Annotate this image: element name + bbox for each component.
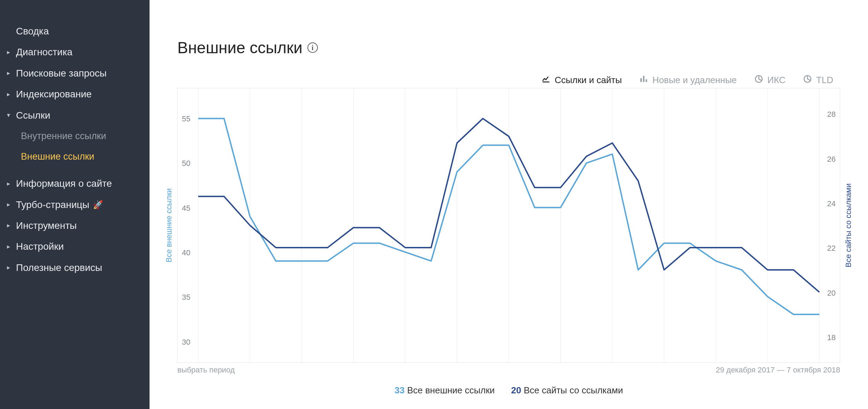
sidebar-item-label: Турбо-страницы xyxy=(16,199,89,211)
tab-label: Ссылки и сайты xyxy=(555,75,622,86)
legend-series2-label: Все сайты со ссылками xyxy=(524,385,623,395)
tab-0[interactable]: Ссылки и сайты xyxy=(541,74,622,86)
tab-3[interactable]: TLD xyxy=(803,74,833,86)
sidebar-item-label: Поисковые запросы xyxy=(16,67,107,80)
y-tick-right: 22 xyxy=(827,244,836,253)
y-axis-left-label: Все внешние ссылки xyxy=(164,188,174,262)
pie-chart-icon xyxy=(803,74,812,86)
chevron-right-icon: ▸ xyxy=(7,90,13,98)
legend-series1-value: 33 xyxy=(395,385,405,395)
sidebar: ▸Сводка▸Диагностика▸Поисковые запросы▸Ин… xyxy=(0,0,150,409)
chart-area: Все внешние ссылки Все сайты со ссылками… xyxy=(177,88,840,363)
tab-1[interactable]: Новые и удаленные xyxy=(639,74,737,86)
chevron-right-icon: ▸ xyxy=(7,243,13,251)
chevron-right-icon: ▸ xyxy=(7,180,13,188)
y-tick-left: 30 xyxy=(182,338,190,347)
y-tick-right: 20 xyxy=(827,289,836,298)
chevron-right-icon: ▸ xyxy=(7,69,13,77)
page-title: Внешние ссылки xyxy=(177,38,303,57)
sidebar-subitem-1[interactable]: Внешние ссылки xyxy=(0,146,150,167)
y-axis-right-label: Все сайты со ссылками xyxy=(844,183,853,267)
sidebar-item-1[interactable]: ▸Диагностика xyxy=(0,42,150,63)
pie-chart-icon xyxy=(754,74,763,86)
sidebar-item-label: Внутренние ссылки xyxy=(21,130,106,142)
sidebar-item-label: Инструменты xyxy=(16,219,77,232)
sidebar-item-label: Сводка xyxy=(16,25,49,38)
line-chart-icon xyxy=(541,74,550,86)
sidebar-item-0[interactable]: ▸Сводка xyxy=(0,21,150,42)
tab-label: TLD xyxy=(816,75,833,86)
sidebar-item-9[interactable]: ▸Полезные сервисы xyxy=(0,257,150,278)
y-tick-right: 18 xyxy=(827,333,836,342)
sidebar-item-7[interactable]: ▸Инструменты xyxy=(0,215,150,236)
chart-footer: выбрать период 29 декабря 2017 — 7 октяб… xyxy=(177,366,840,375)
sidebar-item-2[interactable]: ▸Поисковые запросы xyxy=(0,63,150,84)
chart-tabs: Ссылки и сайтыНовые и удаленныеИКСTLD xyxy=(177,74,840,86)
sidebar-item-5[interactable]: ▸Информация о сайте xyxy=(0,173,150,194)
sidebar-item-label: Настройки xyxy=(16,240,64,253)
y-tick-left: 55 xyxy=(182,114,190,123)
chevron-right-icon: ▸ xyxy=(7,264,13,272)
y-tick-right: 24 xyxy=(827,199,836,208)
rocket-icon: 🚀 xyxy=(93,199,103,210)
select-period-link[interactable]: выбрать период xyxy=(177,366,235,375)
date-range: 29 декабря 2017 — 7 октября 2018 xyxy=(716,366,840,375)
chart-legend: 33 Все внешние ссылки 20 Все сайты со сс… xyxy=(177,385,840,396)
sidebar-item-label: Ссылки xyxy=(16,109,50,122)
chevron-right-icon: ▸ xyxy=(7,201,13,209)
sidebar-item-label: Внешние ссылки xyxy=(21,151,94,163)
sidebar-item-3[interactable]: ▸Индексирование xyxy=(0,84,150,105)
tab-label: Новые и удаленные xyxy=(652,75,737,86)
sidebar-item-label: Диагностика xyxy=(16,46,72,58)
y-tick-right: 26 xyxy=(827,155,836,164)
sidebar-item-label: Индексирование xyxy=(16,88,92,101)
sidebar-item-label: Информация о сайте xyxy=(16,177,112,190)
svg-rect-2 xyxy=(646,79,647,82)
chart-svg xyxy=(178,88,840,362)
sidebar-item-6[interactable]: ▸Турбо-страницы🚀 xyxy=(0,194,150,215)
sidebar-subitem-0[interactable]: Внутренние ссылки xyxy=(0,126,150,146)
y-tick-left: 50 xyxy=(182,159,190,168)
legend-series2-value: 20 xyxy=(511,385,521,395)
chevron-right-icon: ▸ xyxy=(7,48,13,56)
tab-2[interactable]: ИКС xyxy=(754,74,786,86)
sidebar-item-4[interactable]: ▾Ссылки xyxy=(0,105,150,126)
chevron-right-icon: ▸ xyxy=(7,222,13,230)
chevron-down-icon: ▾ xyxy=(7,111,13,119)
sidebar-item-8[interactable]: ▸Настройки xyxy=(0,236,150,257)
svg-rect-0 xyxy=(640,78,642,82)
page-title-row: Внешние ссылки i xyxy=(177,38,840,57)
y-tick-left: 40 xyxy=(182,248,190,257)
y-tick-right: 28 xyxy=(827,110,836,119)
y-tick-left: 35 xyxy=(182,293,190,302)
sidebar-item-label: Полезные сервисы xyxy=(16,262,102,274)
bar-chart-icon xyxy=(639,74,648,86)
y-tick-left: 45 xyxy=(182,204,190,213)
main-content: Внешние ссылки i Ссылки и сайтыНовые и у… xyxy=(150,0,868,409)
info-icon[interactable]: i xyxy=(307,42,318,53)
legend-series1-label: Все внешние ссылки xyxy=(407,385,495,395)
tab-label: ИКС xyxy=(767,75,786,86)
svg-rect-1 xyxy=(643,76,644,82)
